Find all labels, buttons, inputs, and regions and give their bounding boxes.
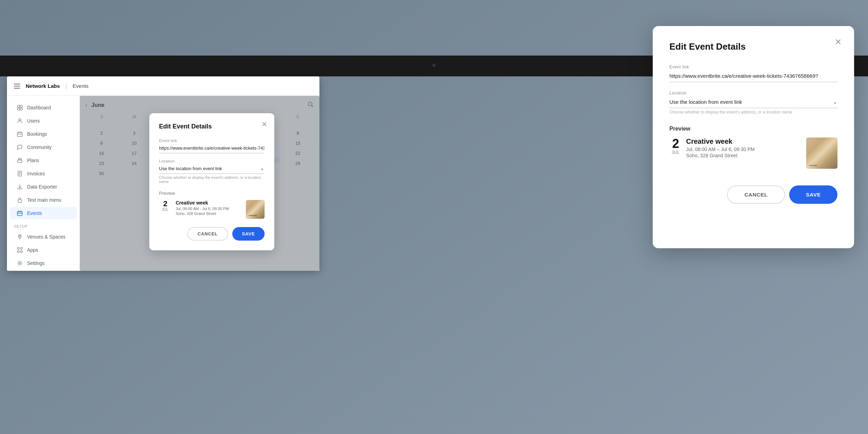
apps-icon [17, 247, 23, 253]
event-link-input-large[interactable] [669, 72, 837, 82]
setup-section-label: Setup [7, 220, 80, 230]
preview-image-sim-large [806, 137, 837, 169]
hamburger-icon[interactable] [14, 84, 20, 89]
svg-rect-12 [17, 248, 19, 249]
bookings-icon [17, 131, 23, 137]
community-icon [17, 144, 23, 150]
location-select-large[interactable]: Use the location from event link [669, 98, 837, 108]
settings-icon [17, 260, 23, 266]
sidebar-label-venues: Venues & Spaces [27, 234, 66, 240]
sidebar-item-test-main-menu[interactable]: Test main menu [10, 194, 77, 206]
preview-image-small [246, 200, 265, 219]
preview-date-month-large: JUL [669, 150, 682, 155]
location-label-large: Location [669, 91, 837, 95]
sidebar-label-test-main-menu: Test main menu [27, 197, 61, 203]
app-window: Network Labs | Events Dashboard [7, 76, 319, 271]
preview-label-large: Preview [669, 126, 837, 132]
preview-date-large: 2 JUL [669, 137, 682, 155]
modal-close-button-small[interactable]: ✕ [261, 120, 267, 128]
preview-date-month-small: JUL [159, 208, 172, 211]
sidebar-item-users[interactable]: Users [10, 115, 77, 127]
data-exporter-icon [17, 184, 23, 190]
preview-event-time-large: Jul, 08:00 AM – Jul 6, 09:30 PM [686, 147, 802, 152]
sidebar-label-users: Users [27, 118, 40, 124]
svg-rect-2 [17, 108, 19, 110]
sidebar-label-invoices: Invoices [27, 171, 45, 176]
svg-rect-1 [20, 105, 22, 107]
svg-rect-14 [17, 251, 19, 252]
preview-info-large: Creative week Jul, 08:00 AM – Jul 6, 09:… [686, 137, 802, 158]
sidebar-item-plans[interactable]: Plans [10, 154, 77, 167]
main-content: ‹ June S M T W T [80, 96, 319, 271]
preview-event-location-small: Soho, 328 Grand Street [176, 211, 242, 216]
sidebar: Dashboard Users Bookings [7, 96, 80, 271]
location-hint-small: Choose whether to display the event's ad… [159, 175, 265, 184]
location-select-small[interactable]: Use the location from event link [159, 165, 265, 174]
plans-icon [17, 157, 23, 164]
preview-event-title-large: Creative week [686, 137, 802, 145]
location-select-wrapper-small: Use the location from event link ▾ [159, 165, 265, 174]
cancel-button-small[interactable]: CANCEL [187, 227, 228, 241]
event-link-input-small[interactable] [159, 144, 265, 153]
svg-rect-9 [18, 200, 22, 202]
svg-point-16 [19, 262, 21, 264]
svg-rect-3 [20, 108, 22, 110]
sidebar-item-apps[interactable]: Apps [10, 244, 77, 256]
preview-event-title-small: Creative week [176, 200, 242, 206]
svg-rect-0 [17, 105, 19, 107]
sidebar-item-settings[interactable]: Settings [10, 257, 77, 269]
org-name: Network Labs [26, 83, 60, 89]
sidebar-item-bookings[interactable]: Bookings [10, 128, 77, 140]
preview-date-num-small: 2 [159, 200, 172, 208]
svg-rect-5 [17, 132, 22, 136]
section-name: Events [73, 83, 89, 89]
modal-edit-event-large: ✕ Edit Event Details Event link Location… [653, 26, 854, 248]
preview-label-small: Preview [159, 191, 265, 196]
user-icon [17, 118, 23, 124]
save-button-large[interactable]: SAVE [789, 185, 837, 204]
preview-event-location-large: Soho, 328 Grand Street [686, 153, 802, 158]
modal-close-button-large[interactable]: ✕ [835, 37, 842, 47]
preview-image-sim-small [246, 200, 265, 219]
sidebar-label-settings: Settings [27, 260, 45, 266]
event-link-label-small: Event link [159, 139, 265, 143]
sidebar-label-bookings: Bookings [27, 131, 47, 137]
save-button-small[interactable]: SAVE [232, 227, 265, 241]
sidebar-label-data-exporter: Data Exporter [27, 184, 57, 190]
sidebar-item-events[interactable]: Events [10, 207, 77, 219]
laptop-camera [432, 64, 436, 67]
grid-icon [17, 105, 23, 111]
sidebar-item-data-exporter[interactable]: Data Exporter [10, 181, 77, 193]
invoices-icon [17, 170, 23, 177]
svg-rect-15 [20, 251, 22, 252]
preview-date-small: 2 JUL [159, 200, 172, 211]
app-topbar: Network Labs | Events [7, 76, 319, 96]
sidebar-label-events: Events [27, 210, 42, 216]
preview-image-large [806, 137, 837, 169]
modal-edit-event-small: ✕ Edit Event Details Event link Location… [149, 113, 274, 250]
modal-actions-large: CANCEL SAVE [669, 185, 837, 204]
app-body: Dashboard Users Bookings [7, 96, 319, 271]
sidebar-item-dashboard[interactable]: Dashboard [10, 101, 77, 114]
event-link-label-large: Event link [669, 65, 837, 69]
preview-date-num-large: 2 [669, 137, 682, 150]
sidebar-label-apps: Apps [27, 247, 38, 253]
preview-card-large: 2 JUL Creative week Jul, 08:00 AM – Jul … [669, 137, 837, 169]
modal-title-small: Edit Event Details [159, 123, 265, 130]
sidebar-item-venues[interactable]: Venues & Spaces [10, 231, 77, 243]
svg-rect-13 [20, 248, 22, 249]
lock-icon [17, 197, 23, 203]
sidebar-item-community[interactable]: Community [10, 141, 77, 153]
location-select-wrapper-large: Use the location from event link ▾ [669, 98, 837, 108]
cancel-button-large[interactable]: CANCEL [727, 185, 785, 204]
location-label-small: Location [159, 159, 265, 163]
sidebar-item-help[interactable]: Help [10, 270, 77, 271]
sidebar-item-invoices[interactable]: Invoices [10, 167, 77, 180]
preview-info-small: Creative week Jul, 08:00 AM - Jul 6, 09:… [176, 200, 242, 216]
events-icon [17, 210, 23, 216]
svg-point-4 [19, 119, 21, 121]
svg-point-11 [19, 236, 20, 237]
modal-actions-small: CANCEL SAVE [159, 227, 265, 241]
modal-title-large: Edit Event Details [669, 41, 837, 52]
preview-card-small: 2 JUL Creative week Jul, 08:00 AM - Jul … [159, 200, 265, 219]
